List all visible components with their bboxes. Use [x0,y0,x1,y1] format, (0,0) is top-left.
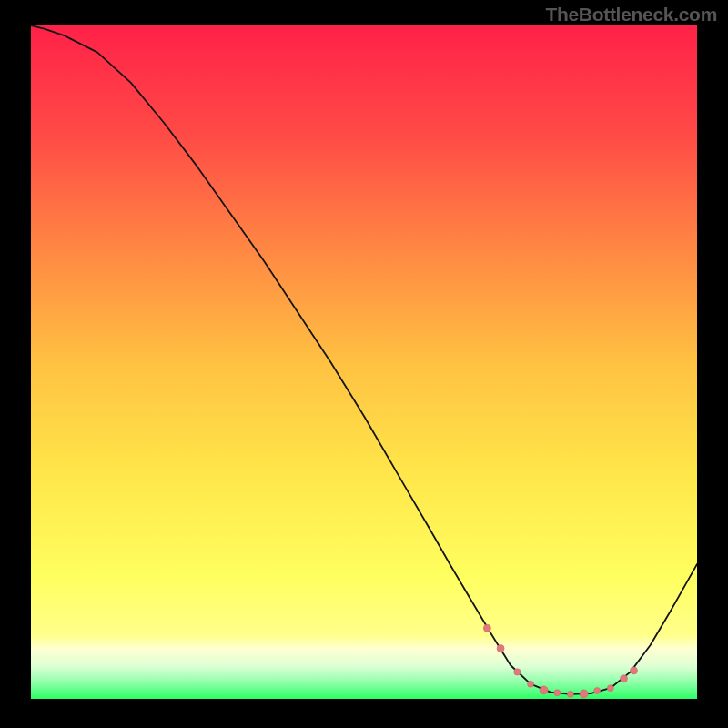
chart-container [31,25,697,699]
sweet-spot-point [607,685,613,692]
chart-svg [31,25,697,699]
sweet-spot-point [483,624,490,632]
sweet-spot-point [514,669,521,675]
sweet-spot-point [554,690,561,696]
attribution-text: TheBottleneck.com [545,4,717,25]
heat-gradient-bg [31,25,697,699]
sweet-spot-point [631,667,638,674]
sweet-spot-point [528,681,534,687]
page-root: TheBottleneck.com [0,0,728,728]
sweet-spot-point [567,691,573,697]
sweet-spot-point [594,688,601,694]
sweet-spot-point [540,686,548,694]
sweet-spot-point [580,690,588,698]
sweet-spot-point [497,645,504,652]
sweet-spot-point [621,675,628,682]
